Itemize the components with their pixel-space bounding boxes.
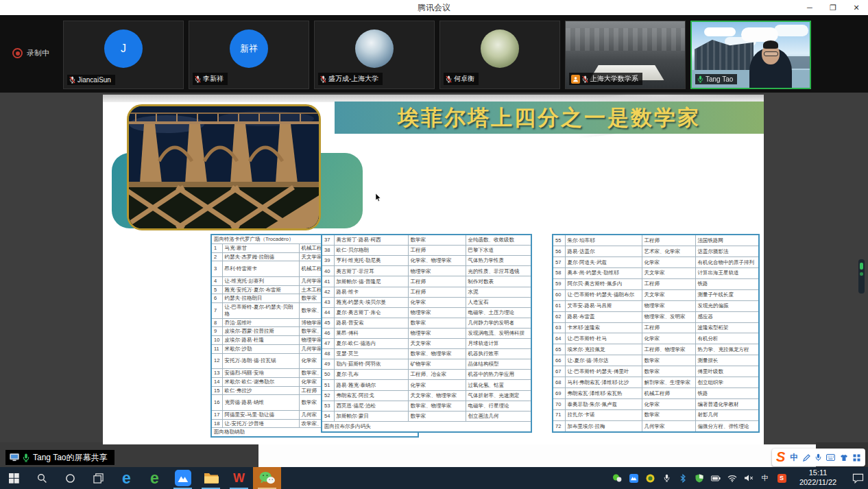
defender-tray-icon[interactable] bbox=[691, 467, 708, 489]
start-button[interactable] bbox=[0, 467, 28, 489]
screen-icon bbox=[10, 453, 19, 462]
table-row: 59阿尔贝·奥古斯特·佩多内工程师铁路 bbox=[553, 278, 759, 289]
minimize-icon[interactable]: ─ bbox=[798, 0, 821, 15]
table-row: 50夏尔·孔布工程师、冶金家机器中的热力学应用 bbox=[322, 370, 531, 380]
battery-tray-icon[interactable] bbox=[708, 467, 724, 489]
mic-on-icon bbox=[697, 75, 703, 83]
search-icon bbox=[37, 473, 47, 484]
table-row: 69弗朗索瓦·泽维耶·索瓦热机械工程师铁路 bbox=[553, 388, 759, 399]
table-row: 60让·巴蒂斯特·约瑟夫·德朗布尔天文学家测量子午线长度 bbox=[553, 289, 759, 300]
participant-name: 盛万成-上海大学 bbox=[318, 73, 383, 85]
avatar bbox=[481, 29, 519, 68]
mic-muted-icon bbox=[446, 75, 452, 83]
mouse-cursor bbox=[375, 193, 381, 205]
table-row: 38欧仁·贝尔格朗工程师巴黎下水道 bbox=[322, 246, 531, 256]
participant-name: Tang Tao bbox=[695, 74, 737, 84]
tencent-meeting-icon bbox=[175, 470, 191, 486]
table-row: 55朱尔·珀蒂耶工程师法国铁路网 bbox=[553, 235, 759, 246]
windows-taskbar: e e W bbox=[0, 467, 868, 489]
wps-button[interactable]: W bbox=[225, 467, 253, 489]
ime-keyboard-icon[interactable] bbox=[826, 454, 835, 461]
sogou-logo-icon: S bbox=[776, 450, 785, 464]
system-tray: 中 S bbox=[609, 467, 790, 489]
ime-pen-icon[interactable] bbox=[803, 454, 810, 462]
table-row: 71拉扎尔·卡诺数学家射影几何 bbox=[553, 409, 759, 420]
close-icon[interactable]: ✕ bbox=[845, 0, 868, 15]
meeting-tray-icon[interactable] bbox=[625, 467, 642, 489]
table-footer-row: 面向拉布尔多内码头 bbox=[322, 421, 531, 432]
edge-browser-button[interactable]: e bbox=[112, 467, 141, 489]
file-explorer-button[interactable] bbox=[197, 467, 225, 489]
ime-grid-icon[interactable] bbox=[853, 454, 860, 462]
participant-name: JiancaiSun bbox=[67, 75, 115, 85]
wechat-tray-icon[interactable] bbox=[609, 467, 625, 489]
recording-indicator: 录制中 bbox=[12, 48, 49, 58]
taskbar-search-button[interactable] bbox=[28, 467, 56, 489]
table-row: 72加布里埃尔·拉梅几何学家偏微分方程、弹性理论 bbox=[553, 420, 759, 432]
avatar bbox=[355, 29, 394, 68]
participant-name: 李新祥 bbox=[193, 73, 228, 85]
sogou-tray-icon[interactable]: S bbox=[773, 467, 790, 489]
mic-muted-icon bbox=[69, 76, 75, 84]
participant-tile[interactable]: 新祥李新祥 bbox=[189, 21, 309, 89]
mic-muted-icon bbox=[582, 75, 588, 83]
table-row: 48亚瑟·莫兰数学家、物理学家机器执行效率 bbox=[322, 349, 531, 359]
cortana-button[interactable] bbox=[56, 467, 84, 489]
table-row: 66让-夏尔·德·博尔达数学家测量摆长 bbox=[553, 355, 759, 366]
wifi-tray-icon[interactable] bbox=[724, 467, 740, 489]
participant-tile[interactable]: 何卓衡 bbox=[439, 21, 560, 89]
table-row: 52弗朗索瓦·阿拉戈天文学家、物理学家气体折射率、光速测定 bbox=[322, 390, 531, 401]
participant-tile[interactable]: JJiancaiSun bbox=[63, 21, 184, 89]
table-row: 64让-巴蒂斯特·杜马化学家有机分析 bbox=[553, 333, 759, 344]
ime-indicator[interactable]: 中 bbox=[757, 467, 773, 489]
table-row: 40奥古斯丁·菲涅耳物理学家光的性质、菲涅耳透镜 bbox=[322, 266, 531, 276]
cortana-icon bbox=[65, 473, 75, 484]
browser-icon: e bbox=[150, 470, 159, 486]
table-row: 61艾蒂安-路易·马吕斯物理学家发现光的偏振 bbox=[553, 300, 759, 311]
annotation-sidebar-handle[interactable] bbox=[858, 259, 865, 294]
table-row: 56路易·达盖尔艺术家、化学家达盖尔摄影法 bbox=[553, 246, 759, 257]
table-row: 65埃米尔·克拉佩龙工程师、物理学家热力学、克拉佩龙方程 bbox=[553, 344, 759, 355]
sogou-ime-toolbar[interactable]: S 中 bbox=[772, 449, 865, 466]
taskbar-clock[interactable]: 15:11 2022/11/22 bbox=[791, 467, 845, 489]
wechat-button[interactable] bbox=[253, 467, 281, 489]
participant-tile[interactable]: 上海大学数学系 bbox=[565, 21, 686, 89]
table-row: 58奥本·尚·约瑟夫·勒维耶天文学家计算出海王星轨道 bbox=[553, 267, 759, 278]
task-view-button[interactable] bbox=[84, 467, 112, 489]
participant-strip: 录制中 JJiancaiSun新祥李新祥盛万成-上海大学何卓衡上海大学数学系Ta… bbox=[0, 15, 868, 93]
mic-tray-icon[interactable] bbox=[658, 467, 675, 489]
table-row: 63卡米耶·波隆索工程师波隆索型桁架 bbox=[553, 322, 759, 333]
table-row: 46莱昂·傅科物理学家发现涡电流、发明傅科摆 bbox=[322, 328, 531, 338]
clock-time: 15:11 bbox=[791, 468, 845, 478]
participant-tile[interactable]: 盛万成-上海大学 bbox=[314, 21, 435, 89]
ime-language-icon[interactable]: 中 bbox=[790, 452, 798, 464]
action-center-button[interactable] bbox=[852, 467, 864, 489]
bluetooth-tray-icon[interactable] bbox=[675, 467, 691, 489]
mic-muted-icon bbox=[195, 75, 201, 83]
slide-title-banner: 埃菲尔塔上四分之一是数学家 bbox=[335, 102, 764, 134]
table-row: 44夏尔·奥古斯丁·库仑物理学家电磁学、土压力理论 bbox=[322, 307, 531, 318]
windows-logo-icon bbox=[9, 473, 19, 484]
edge-icon: e bbox=[122, 470, 131, 486]
participant-tile[interactable]: Tang Tao bbox=[690, 21, 811, 89]
table-row: 47夏尔-欧仁·德洛内天文学家月球轨道计算 bbox=[322, 339, 531, 349]
table-row: 68马利·弗朗索瓦·泽维耶·比沙解剖学家、生理学家创立组织学 bbox=[553, 377, 759, 388]
ime-mic-icon[interactable] bbox=[815, 453, 821, 462]
green-browser-button[interactable]: e bbox=[141, 467, 169, 489]
share-label-text: Tang Tao的屏幕共享 bbox=[33, 452, 108, 464]
ime-skin-icon[interactable] bbox=[840, 454, 848, 462]
table-row: 70泰奥菲勒·朱尔·佩卢兹化学家编著普通化学教材 bbox=[553, 398, 759, 409]
wps-icon: W bbox=[233, 472, 245, 484]
action-center-icon bbox=[852, 473, 864, 484]
task-view-icon bbox=[93, 473, 104, 484]
screen-share-banner[interactable]: Tang Tao的屏幕共享 bbox=[5, 450, 114, 465]
wechat-icon bbox=[258, 471, 276, 485]
window-title: 腾讯会议 bbox=[0, 0, 868, 15]
eiffel-tower-photo bbox=[127, 104, 321, 230]
participant-name: 上海大学数学系 bbox=[569, 73, 642, 85]
maximize-icon[interactable]: ❐ bbox=[821, 0, 845, 15]
third-face-table: 55朱尔·珀蒂耶工程师法国铁路网56路易·达盖尔艺术家、化学家达盖尔摄影法57夏… bbox=[552, 234, 760, 433]
yellow-badge-tray-icon[interactable] bbox=[642, 467, 658, 489]
tencent-meeting-button[interactable] bbox=[169, 467, 197, 489]
volume-muted-tray-icon[interactable] bbox=[740, 467, 757, 489]
